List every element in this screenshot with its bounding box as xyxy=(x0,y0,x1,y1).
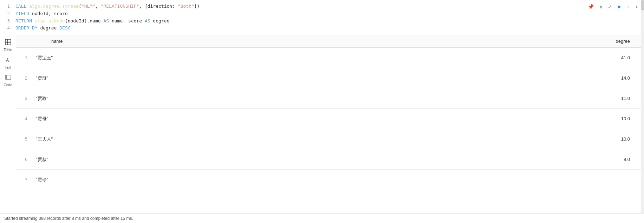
name-column-header[interactable]: name xyxy=(30,35,574,48)
svg-rect-0 xyxy=(5,39,11,45)
status-bar: Started streaming 388 records after 8 ms… xyxy=(0,213,644,223)
caret-up-icon[interactable]: ∧ xyxy=(599,3,602,11)
degree-cell: 11.0 xyxy=(574,88,644,109)
code-line: 3RETURN algo.asNode(nodeId).name AS name… xyxy=(0,18,644,25)
code-icon xyxy=(5,74,12,82)
row-number: 5 xyxy=(16,129,30,149)
star-icon[interactable]: ☆ xyxy=(627,3,630,11)
name-cell: "贾珍" xyxy=(30,170,574,190)
name-cell: "贾赦" xyxy=(30,149,574,170)
code-editor: 1CALL algo.degree.stream("HLM", "RELATIO… xyxy=(0,0,644,35)
row-number: 6 xyxy=(16,149,30,170)
results-table: name degree 1"贾宝玉"41.02"贾琏"14.03"贾政"11.0… xyxy=(16,35,644,190)
sidebar-table-label: Table xyxy=(4,48,12,52)
degree-cell xyxy=(574,170,644,190)
download-icon[interactable]: ⬇ xyxy=(636,3,638,11)
text-icon: A xyxy=(5,56,12,65)
sidebar: Table A Text Code xyxy=(0,35,16,223)
line-number: 3 xyxy=(3,18,10,25)
line-number: 4 xyxy=(3,25,10,32)
name-cell: "贾母" xyxy=(30,109,574,129)
sidebar-item-text[interactable]: A Text xyxy=(0,54,16,72)
row-number: 7 xyxy=(16,170,30,190)
svg-text:A: A xyxy=(6,58,9,63)
line-content: CALL algo.degree.stream("HLM", "RELATION… xyxy=(15,3,200,10)
table-header-row: name degree xyxy=(16,35,644,48)
degree-cell: 8.0 xyxy=(574,149,644,170)
name-cell: "贾政" xyxy=(30,88,574,109)
sidebar-code-label: Code xyxy=(4,83,12,87)
degree-cell: 10.0 xyxy=(574,129,644,149)
degree-column-header[interactable]: degree xyxy=(574,35,644,48)
code-line: 1CALL algo.degree.stream("HLM", "RELATIO… xyxy=(0,3,644,10)
degree-cell: 10.0 xyxy=(574,109,644,129)
run-icon[interactable]: ▶ xyxy=(618,2,621,11)
pin-icon[interactable]: 📌 xyxy=(588,3,594,11)
table-row[interactable]: 5"王夫人"10.0 xyxy=(16,129,644,149)
sidebar-item-table[interactable]: Table xyxy=(0,36,16,54)
sidebar-text-label: Text xyxy=(5,66,11,69)
code-line: 2YIELD nodeId, score xyxy=(0,10,644,18)
degree-cell: 14.0 xyxy=(574,68,644,88)
code-line: 4ORDER BY degree DESC xyxy=(0,25,644,32)
main-content: Table A Text Code xyxy=(0,35,644,223)
table-row[interactable]: 7"贾珍" xyxy=(16,170,644,190)
row-number: 4 xyxy=(16,109,30,129)
scrollbar-track[interactable] xyxy=(641,35,644,223)
table-row[interactable]: 2"贾琏"14.0 xyxy=(16,68,644,88)
degree-cell: 41.0 xyxy=(574,48,644,68)
sidebar-item-code[interactable]: Code xyxy=(0,72,16,89)
row-num-header xyxy=(16,35,30,48)
line-number: 1 xyxy=(3,3,10,10)
table-icon xyxy=(5,39,12,47)
status-message: Started streaming 388 records after 8 ms… xyxy=(4,216,133,221)
table-row[interactable]: 6"贾赦"8.0 xyxy=(16,149,644,170)
row-number: 2 xyxy=(16,68,30,88)
expand-icon[interactable]: ⤢ xyxy=(608,3,612,11)
line-content: YIELD nodeId, score xyxy=(15,10,68,18)
toolbar-icons: 📌 ∧ ⤢ ▶ ☆ ⬇ xyxy=(588,2,638,11)
line-content: ORDER BY degree DESC xyxy=(15,25,71,32)
row-number: 3 xyxy=(16,88,30,109)
table-row[interactable]: 1"贾宝玉"41.0 xyxy=(16,48,644,68)
table-row[interactable]: 4"贾母"10.0 xyxy=(16,109,644,129)
line-content: RETURN algo.asNode(nodeId).name AS name,… xyxy=(15,18,169,25)
name-cell: "贾琏" xyxy=(30,68,574,88)
name-cell: "王夫人" xyxy=(30,129,574,149)
line-number: 2 xyxy=(3,11,10,17)
row-number: 1 xyxy=(16,48,30,68)
table-area: name degree 1"贾宝玉"41.02"贾琏"14.03"贾政"11.0… xyxy=(16,35,644,223)
name-cell: "贾宝玉" xyxy=(30,48,574,68)
table-row[interactable]: 3"贾政"11.0 xyxy=(16,88,644,109)
